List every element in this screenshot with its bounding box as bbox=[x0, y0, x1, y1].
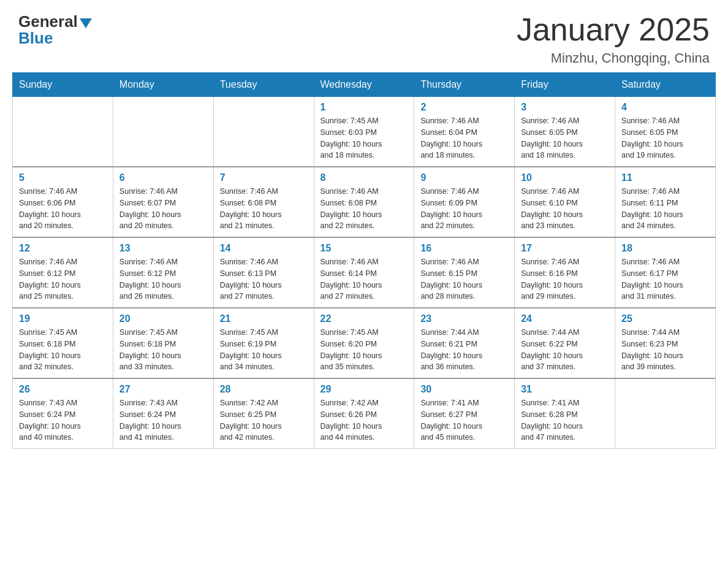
day-info: Sunrise: 7:45 AM Sunset: 6:19 PM Dayligh… bbox=[220, 327, 308, 373]
day-number: 18 bbox=[621, 243, 709, 254]
calendar-cell: 30Sunrise: 7:41 AM Sunset: 6:27 PM Dayli… bbox=[414, 378, 515, 449]
day-info: Sunrise: 7:45 AM Sunset: 6:20 PM Dayligh… bbox=[320, 327, 408, 373]
day-number: 4 bbox=[621, 102, 709, 113]
day-info: Sunrise: 7:46 AM Sunset: 6:07 PM Dayligh… bbox=[119, 186, 207, 232]
day-info: Sunrise: 7:45 AM Sunset: 6:18 PM Dayligh… bbox=[19, 327, 107, 373]
calendar-cell: 31Sunrise: 7:41 AM Sunset: 6:28 PM Dayli… bbox=[515, 378, 615, 449]
calendar-cell: 26Sunrise: 7:43 AM Sunset: 6:24 PM Dayli… bbox=[13, 378, 113, 449]
calendar-cell bbox=[213, 97, 314, 167]
calendar-week-row-1: 1Sunrise: 7:45 AM Sunset: 6:03 PM Daylig… bbox=[13, 97, 716, 167]
calendar-cell: 15Sunrise: 7:46 AM Sunset: 6:14 PM Dayli… bbox=[314, 237, 414, 308]
calendar-table: SundayMondayTuesdayWednesdayThursdayFrid… bbox=[12, 72, 716, 449]
calendar-week-row-4: 19Sunrise: 7:45 AM Sunset: 6:18 PM Dayli… bbox=[13, 308, 716, 378]
weekday-header-wednesday: Wednesday bbox=[314, 73, 414, 97]
calendar-cell: 3Sunrise: 7:46 AM Sunset: 6:05 PM Daylig… bbox=[515, 97, 615, 167]
day-number: 22 bbox=[320, 313, 408, 324]
logo-blue-text: Blue bbox=[18, 29, 53, 48]
calendar-cell bbox=[113, 97, 213, 167]
calendar-cell: 4Sunrise: 7:46 AM Sunset: 6:05 PM Daylig… bbox=[615, 97, 716, 167]
month-title: January 2025 bbox=[517, 12, 710, 47]
calendar-cell: 20Sunrise: 7:45 AM Sunset: 6:18 PM Dayli… bbox=[113, 308, 213, 378]
calendar-cell: 19Sunrise: 7:45 AM Sunset: 6:18 PM Dayli… bbox=[13, 308, 113, 378]
day-number: 25 bbox=[621, 313, 709, 324]
calendar-cell: 5Sunrise: 7:46 AM Sunset: 6:06 PM Daylig… bbox=[13, 167, 113, 237]
day-number: 2 bbox=[420, 102, 508, 113]
day-number: 27 bbox=[119, 384, 207, 395]
calendar-cell: 21Sunrise: 7:45 AM Sunset: 6:19 PM Dayli… bbox=[213, 308, 314, 378]
day-number: 31 bbox=[521, 384, 609, 395]
day-number: 9 bbox=[420, 172, 508, 183]
weekday-header-tuesday: Tuesday bbox=[213, 73, 314, 97]
calendar-cell: 16Sunrise: 7:46 AM Sunset: 6:15 PM Dayli… bbox=[414, 237, 515, 308]
calendar-cell: 18Sunrise: 7:46 AM Sunset: 6:17 PM Dayli… bbox=[615, 237, 716, 308]
day-info: Sunrise: 7:41 AM Sunset: 6:27 PM Dayligh… bbox=[420, 397, 508, 443]
day-number: 8 bbox=[320, 172, 408, 183]
day-info: Sunrise: 7:46 AM Sunset: 6:09 PM Dayligh… bbox=[420, 186, 508, 232]
calendar-cell: 14Sunrise: 7:46 AM Sunset: 6:13 PM Dayli… bbox=[213, 237, 314, 308]
calendar-cell: 8Sunrise: 7:46 AM Sunset: 6:08 PM Daylig… bbox=[314, 167, 414, 237]
calendar-cell: 1Sunrise: 7:45 AM Sunset: 6:03 PM Daylig… bbox=[314, 97, 414, 167]
day-info: Sunrise: 7:42 AM Sunset: 6:25 PM Dayligh… bbox=[220, 397, 308, 443]
calendar-cell: 29Sunrise: 7:42 AM Sunset: 6:26 PM Dayli… bbox=[314, 378, 414, 449]
day-number: 12 bbox=[19, 243, 107, 254]
weekday-header-monday: Monday bbox=[113, 73, 213, 97]
day-number: 15 bbox=[320, 243, 408, 254]
day-info: Sunrise: 7:44 AM Sunset: 6:21 PM Dayligh… bbox=[420, 327, 508, 373]
weekday-header-row: SundayMondayTuesdayWednesdayThursdayFrid… bbox=[13, 73, 716, 97]
calendar-cell: 2Sunrise: 7:46 AM Sunset: 6:04 PM Daylig… bbox=[414, 97, 515, 167]
location-text: Minzhu, Chongqing, China bbox=[517, 50, 710, 66]
day-number: 23 bbox=[420, 313, 508, 324]
day-number: 19 bbox=[19, 313, 107, 324]
calendar-cell: 23Sunrise: 7:44 AM Sunset: 6:21 PM Dayli… bbox=[414, 308, 515, 378]
day-number: 30 bbox=[420, 384, 508, 395]
weekday-header-thursday: Thursday bbox=[414, 73, 515, 97]
day-number: 14 bbox=[220, 243, 308, 254]
page-header: General Blue January 2025 Minzhu, Chongq… bbox=[0, 0, 728, 72]
day-number: 11 bbox=[621, 172, 709, 183]
day-number: 7 bbox=[220, 172, 308, 183]
day-number: 3 bbox=[521, 102, 609, 113]
day-number: 1 bbox=[320, 102, 408, 113]
day-info: Sunrise: 7:46 AM Sunset: 6:14 PM Dayligh… bbox=[320, 256, 408, 302]
day-info: Sunrise: 7:46 AM Sunset: 6:12 PM Dayligh… bbox=[119, 256, 207, 302]
weekday-header-sunday: Sunday bbox=[13, 73, 113, 97]
day-number: 21 bbox=[220, 313, 308, 324]
day-info: Sunrise: 7:46 AM Sunset: 6:05 PM Dayligh… bbox=[521, 115, 609, 161]
day-number: 13 bbox=[119, 243, 207, 254]
calendar-cell: 17Sunrise: 7:46 AM Sunset: 6:16 PM Dayli… bbox=[515, 237, 615, 308]
day-info: Sunrise: 7:46 AM Sunset: 6:08 PM Dayligh… bbox=[220, 186, 308, 232]
day-info: Sunrise: 7:44 AM Sunset: 6:22 PM Dayligh… bbox=[521, 327, 609, 373]
day-info: Sunrise: 7:46 AM Sunset: 6:08 PM Dayligh… bbox=[320, 186, 408, 232]
calendar-cell: 22Sunrise: 7:45 AM Sunset: 6:20 PM Dayli… bbox=[314, 308, 414, 378]
calendar-cell: 7Sunrise: 7:46 AM Sunset: 6:08 PM Daylig… bbox=[213, 167, 314, 237]
day-info: Sunrise: 7:44 AM Sunset: 6:23 PM Dayligh… bbox=[621, 327, 709, 373]
calendar-week-row-3: 12Sunrise: 7:46 AM Sunset: 6:12 PM Dayli… bbox=[13, 237, 716, 308]
day-number: 26 bbox=[19, 384, 107, 395]
calendar-cell: 12Sunrise: 7:46 AM Sunset: 6:12 PM Dayli… bbox=[13, 237, 113, 308]
day-info: Sunrise: 7:46 AM Sunset: 6:10 PM Dayligh… bbox=[521, 186, 609, 232]
day-info: Sunrise: 7:46 AM Sunset: 6:11 PM Dayligh… bbox=[621, 186, 709, 232]
calendar-cell bbox=[13, 97, 113, 167]
day-info: Sunrise: 7:46 AM Sunset: 6:15 PM Dayligh… bbox=[420, 256, 508, 302]
logo-triangle-icon bbox=[80, 18, 92, 28]
calendar-cell: 10Sunrise: 7:46 AM Sunset: 6:10 PM Dayli… bbox=[515, 167, 615, 237]
day-info: Sunrise: 7:46 AM Sunset: 6:05 PM Dayligh… bbox=[621, 115, 709, 161]
day-info: Sunrise: 7:45 AM Sunset: 6:18 PM Dayligh… bbox=[119, 327, 207, 373]
day-info: Sunrise: 7:46 AM Sunset: 6:16 PM Dayligh… bbox=[521, 256, 609, 302]
calendar-cell bbox=[615, 378, 716, 449]
calendar-cell: 11Sunrise: 7:46 AM Sunset: 6:11 PM Dayli… bbox=[615, 167, 716, 237]
day-info: Sunrise: 7:46 AM Sunset: 6:17 PM Dayligh… bbox=[621, 256, 709, 302]
calendar-week-row-2: 5Sunrise: 7:46 AM Sunset: 6:06 PM Daylig… bbox=[13, 167, 716, 237]
calendar-week-row-5: 26Sunrise: 7:43 AM Sunset: 6:24 PM Dayli… bbox=[13, 378, 716, 449]
day-number: 5 bbox=[19, 172, 107, 183]
day-info: Sunrise: 7:43 AM Sunset: 6:24 PM Dayligh… bbox=[119, 397, 207, 443]
day-info: Sunrise: 7:42 AM Sunset: 6:26 PM Dayligh… bbox=[320, 397, 408, 443]
day-info: Sunrise: 7:43 AM Sunset: 6:24 PM Dayligh… bbox=[19, 397, 107, 443]
day-number: 10 bbox=[521, 172, 609, 183]
day-number: 17 bbox=[521, 243, 609, 254]
weekday-header-saturday: Saturday bbox=[615, 73, 716, 97]
day-info: Sunrise: 7:45 AM Sunset: 6:03 PM Dayligh… bbox=[320, 115, 408, 161]
title-section: January 2025 Minzhu, Chongqing, China bbox=[517, 12, 710, 66]
day-number: 24 bbox=[521, 313, 609, 324]
day-number: 28 bbox=[220, 384, 308, 395]
